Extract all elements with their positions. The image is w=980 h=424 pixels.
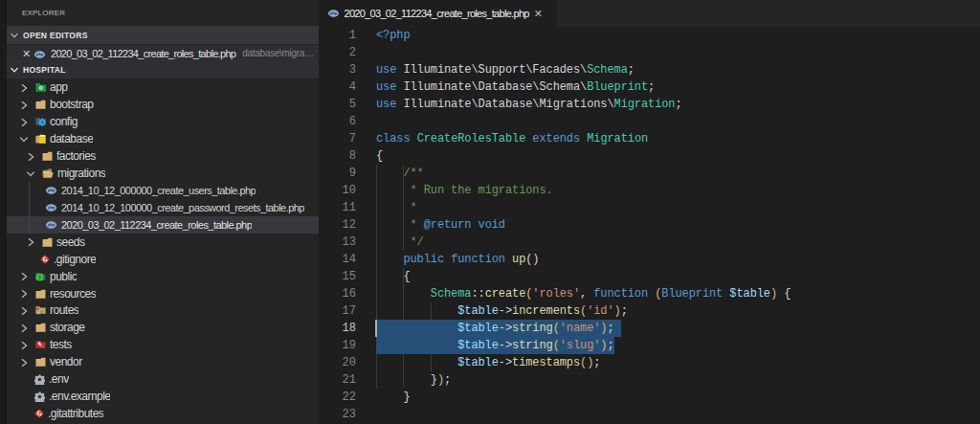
svg-text:php: php [48, 205, 56, 210]
svg-text:php: php [48, 188, 56, 192]
svg-text:php: php [48, 222, 56, 227]
svg-text:php: php [36, 52, 44, 56]
svg-text:php: php [330, 11, 338, 15]
